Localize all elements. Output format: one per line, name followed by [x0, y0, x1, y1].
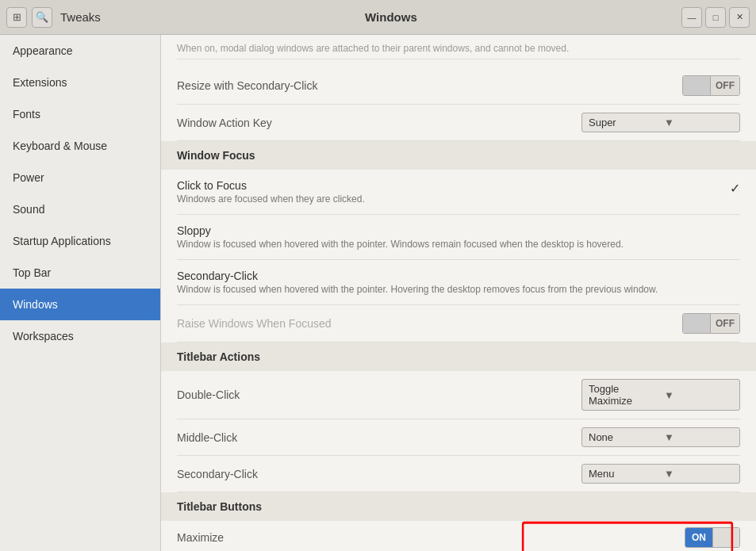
middle-click-label: Middle-Click: [177, 431, 581, 444]
raise-toggle-track: [683, 314, 710, 333]
maximize-window-button[interactable]: □: [705, 7, 726, 28]
middle-click-row: Middle-Click None ▼: [177, 419, 740, 456]
double-click-label: Double-Click: [177, 388, 581, 401]
content-inner: When on, modal dialog windows are attach…: [161, 35, 756, 551]
raise-windows-toggle[interactable]: OFF: [682, 313, 740, 334]
secondary-click-titlebar-label: Secondary-Click: [177, 468, 581, 480]
focus-option-click[interactable]: Click to Focus Windows are focused when …: [177, 170, 740, 215]
sidebar-item-windows[interactable]: Windows: [0, 289, 160, 320]
toggle-off-label: OFF: [710, 76, 739, 95]
tweaks-label: Tweaks: [60, 10, 101, 24]
focus-option-click-check: ✓: [721, 181, 740, 196]
dropdown-arrow-icon: ▼: [664, 117, 733, 128]
sidebar-item-keyboard-mouse[interactable]: Keyboard & Mouse: [0, 130, 160, 162]
titlebar-left: ⊞ 🔍 ⊞ Tweaks: [6, 7, 101, 28]
focus-option-secondary-title: Secondary-Click: [177, 270, 721, 282]
titlebar-buttons-header: Titlebar Buttons: [161, 492, 756, 521]
maximize-row: Maximize ON: [177, 521, 740, 551]
window-title: Windows: [101, 10, 681, 24]
focus-option-sloppy-title: Sloppy: [177, 224, 721, 237]
window-action-key-row: Window Action Key Super ▼: [177, 105, 740, 141]
secondary-click-titlebar-row: Secondary-Click Menu ▼: [177, 456, 740, 492]
scroll-hint-text: When on, modal dialog windows are attach…: [177, 35, 740, 59]
sidebar-item-fonts[interactable]: Fonts: [0, 98, 160, 130]
window-controls: — □ ✕: [681, 7, 750, 28]
focus-option-sloppy-text: Sloppy Window is focused when hovered wi…: [177, 224, 721, 250]
double-click-row: Double-Click Toggle Maximize ▼: [177, 371, 740, 419]
resize-secondary-click-label: Resize with Secondary-Click: [177, 79, 682, 92]
focus-option-click-title: Click to Focus: [177, 179, 721, 192]
raise-windows-row: Raise Windows When Focused OFF: [177, 305, 740, 342]
minimize-window-button[interactable]: —: [681, 7, 702, 28]
titlebar: ⊞ 🔍 ⊞ Tweaks Windows — □ ✕: [0, 0, 756, 35]
middle-click-dropdown[interactable]: None ▼: [581, 427, 740, 447]
content-area: When on, modal dialog windows are attach…: [161, 35, 756, 551]
titlebar-actions-header: Titlebar Actions: [161, 342, 756, 371]
maximize-toggle-on-label: ON: [685, 528, 712, 547]
sidebar-item-top-bar[interactable]: Top Bar: [0, 257, 160, 289]
maximize-toggle-track: [712, 528, 739, 547]
sidebar: Appearance Extensions Fonts Keyboard & M…: [0, 35, 161, 551]
toggle-track: [683, 76, 710, 95]
sidebar-item-extensions[interactable]: Extensions: [0, 67, 160, 98]
sidebar-item-appearance[interactable]: Appearance: [0, 35, 160, 67]
double-click-dropdown-arrow: ▼: [664, 389, 733, 401]
middle-click-dropdown-arrow: ▼: [664, 431, 733, 443]
sidebar-item-power[interactable]: Power: [0, 162, 160, 193]
main-area: Appearance Extensions Fonts Keyboard & M…: [0, 35, 756, 551]
maximize-label: Maximize: [177, 531, 685, 544]
raise-toggle-off-label: OFF: [710, 314, 739, 333]
resize-secondary-click-toggle[interactable]: OFF: [682, 75, 740, 96]
window-action-key-dropdown[interactable]: Super ▼: [581, 113, 740, 132]
focus-option-secondary[interactable]: Secondary-Click Window is focused when h…: [177, 260, 740, 305]
double-click-dropdown[interactable]: Toggle Maximize ▼: [581, 379, 740, 411]
close-window-button[interactable]: ✕: [729, 7, 750, 28]
sidebar-item-workspaces[interactable]: Workspaces: [0, 320, 160, 352]
sidebar-item-sound[interactable]: Sound: [0, 193, 160, 225]
resize-secondary-click-row: Resize with Secondary-Click OFF: [177, 67, 740, 105]
window-action-key-label: Window Action Key: [177, 117, 581, 129]
focus-option-secondary-text: Secondary-Click Window is focused when h…: [177, 270, 721, 295]
focus-option-sloppy[interactable]: Sloppy Window is focused when hovered wi…: [177, 215, 740, 260]
window-focus-header: Window Focus: [161, 141, 756, 170]
maximize-toggle[interactable]: ON: [685, 527, 740, 548]
secondary-click-dropdown-arrow: ▼: [664, 468, 733, 480]
secondary-click-titlebar-dropdown[interactable]: Menu ▼: [581, 464, 740, 484]
focus-option-sloppy-desc: Window is focused when hovered with the …: [177, 239, 721, 250]
grid-icon-button[interactable]: ⊞: [6, 7, 27, 28]
focus-option-click-text: Click to Focus Windows are focused when …: [177, 179, 721, 205]
titlebar-buttons-container: Maximize ON Minimize ON: [177, 521, 740, 551]
focus-option-click-desc: Windows are focused when they are clicke…: [177, 193, 721, 205]
app-window: ⊞ 🔍 ⊞ Tweaks Windows — □ ✕ Appearance Ex…: [0, 0, 756, 551]
search-icon-button[interactable]: 🔍: [32, 7, 52, 28]
focus-option-secondary-desc: Window is focused when hovered with the …: [177, 284, 721, 295]
sidebar-item-startup-applications[interactable]: Startup Applications: [0, 225, 160, 257]
raise-windows-label: Raise Windows When Focused: [177, 317, 682, 330]
